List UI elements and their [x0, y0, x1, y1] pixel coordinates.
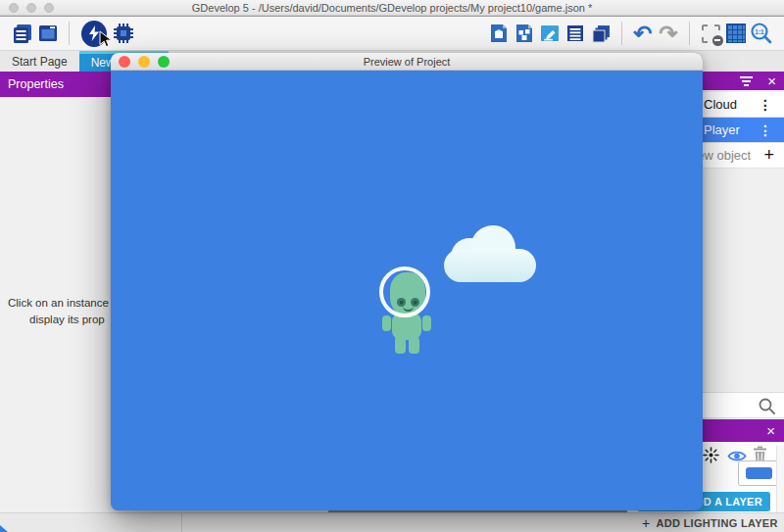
debugger-icon[interactable] — [111, 21, 136, 46]
zoom-1-1-icon[interactable]: 1:1 — [749, 21, 774, 46]
layers-icon[interactable] — [588, 21, 613, 46]
toolbar-separator — [689, 22, 690, 45]
properties-hint-line2: display its prop — [29, 314, 105, 325]
edit-properties-icon[interactable] — [537, 21, 563, 46]
objects-panel-close-icon[interactable]: × — [767, 73, 776, 89]
blue-swatch — [746, 467, 772, 479]
gdevelop-app-window: GDevelop 5 - /Users/david/Documents/GDev… — [0, 0, 784, 532]
app-title: GDevelop 5 - /Users/david/Documents/GDev… — [0, 0, 784, 16]
kebab-menu-icon[interactable]: ⋮ — [759, 97, 772, 113]
project-manager-icon[interactable] — [10, 21, 35, 46]
svg-text:1:1: 1:1 — [755, 28, 764, 35]
tab-start-page[interactable]: Start Page — [0, 51, 79, 72]
grid-icon[interactable] — [723, 21, 749, 46]
filter-icon[interactable] — [740, 76, 753, 86]
undo-icon[interactable]: ↶ — [630, 21, 656, 46]
panel-divider — [181, 512, 182, 532]
lightning-icon — [81, 21, 107, 47]
corner-artifact — [0, 525, 8, 532]
scrollbar[interactable] — [776, 446, 784, 512]
redo-icon[interactable]: ↷ — [656, 21, 681, 46]
touch-ring-indicator — [379, 266, 430, 317]
kebab-menu-icon[interactable]: ⋮ — [759, 122, 772, 138]
preview-window: Preview of Project — [111, 53, 703, 510]
start-page-window-icon[interactable] — [35, 21, 61, 46]
object-groups-icon[interactable] — [512, 21, 537, 46]
toggle-mask-icon[interactable] — [698, 21, 723, 46]
objects-editor-icon[interactable] — [486, 21, 512, 46]
preview-window-titlebar[interactable]: Preview of Project — [111, 53, 703, 71]
toolbar-separator — [621, 22, 622, 45]
add-lighting-layer-button[interactable]: + ADD LIGHTING LAYER — [642, 514, 778, 532]
properties-hint-line1: Click on an instance in — [8, 297, 121, 309]
add-object-plus-icon[interactable]: + — [763, 145, 774, 166]
preview-window-title: Preview of Project — [111, 56, 703, 68]
layer-color-swatch[interactable] — [738, 460, 779, 486]
layer-effects-icon[interactable] — [703, 447, 719, 467]
mac-titlebar: GDevelop 5 - /Users/david/Documents/GDev… — [0, 0, 784, 16]
preview-play-button[interactable] — [81, 21, 107, 46]
cloud-sprite — [444, 225, 536, 284]
main-toolbar: ↶ ↷ 1:1 — [0, 17, 784, 51]
instances-list-icon[interactable] — [563, 21, 588, 46]
layers-panel-close-icon[interactable]: × — [766, 422, 775, 439]
toolbar-separator — [69, 22, 70, 45]
plus-icon: + — [642, 515, 650, 531]
game-preview-area[interactable] — [111, 71, 703, 510]
player-sprite — [380, 272, 433, 357]
search-icon — [758, 397, 776, 415]
